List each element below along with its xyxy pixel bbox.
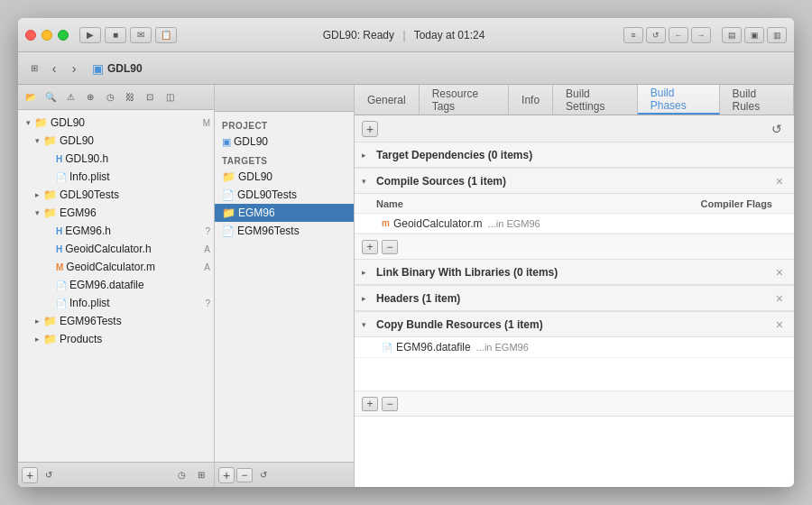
close-section-button[interactable]: ×: [772, 316, 787, 334]
compile-sources-body: Name Compiler Flags m GeoidCalculator.m …: [355, 194, 794, 259]
sidebar-item-geoidcalc-m[interactable]: M GeoidCalculator.m A: [18, 258, 214, 276]
toolbar: ⊞ ‹ › ▣ GDL90: [18, 52, 794, 85]
folder-icon: 📁: [43, 315, 57, 327]
file-icon: H: [56, 226, 62, 236]
tab-build-settings[interactable]: Build Settings: [553, 85, 638, 115]
target-egm96tests[interactable]: 📄 EGM96Tests: [215, 222, 354, 240]
target-icon: 📁: [222, 170, 235, 183]
file-icon: 📄: [56, 298, 67, 308]
copy-bundle-header[interactable]: ▾ Copy Bundle Resources (1 item) ×: [355, 312, 794, 337]
tab-resource-tags[interactable]: Resource Tags: [420, 85, 509, 115]
tab-build-rules[interactable]: Build Rules: [720, 85, 795, 115]
sidebar-item-gdl90[interactable]: ▾ 📁 GDL90: [18, 132, 214, 150]
issues-icon[interactable]: ◫: [161, 89, 179, 106]
mail-icon[interactable]: ✉: [130, 27, 152, 43]
item-label: GDL90Tests: [60, 188, 210, 201]
target-project-gdl90[interactable]: ▣ GDL90: [215, 133, 354, 151]
spacer: [714, 27, 719, 43]
nav-grid-icon[interactable]: ⊞: [25, 60, 43, 77]
add-file-button[interactable]: +: [362, 240, 378, 254]
item-badge: A: [204, 262, 210, 272]
target-refresh-icon[interactable]: ↺: [254, 467, 272, 483]
sidebar-item-info-plist-2[interactable]: 📄 Info.plist ?: [18, 294, 214, 312]
name-column-header: Name: [376, 198, 628, 209]
item-badge: A: [204, 244, 210, 254]
warning-icon[interactable]: ⚠: [61, 89, 79, 106]
titlebar-right-controls: ≡ ↺ ← → ▤ ▣ ▥: [623, 27, 787, 43]
refresh-icon[interactable]: ↺: [40, 467, 58, 483]
close-section-button[interactable]: ×: [772, 263, 787, 281]
build-phases-toolbar: + ↺: [355, 115, 794, 142]
traffic-lights: [25, 30, 69, 41]
item-label: EGM96: [238, 207, 350, 219]
sidebar-item-egm96[interactable]: ▾ 📁 EGM96: [18, 204, 214, 222]
add-phase-button[interactable]: +: [362, 121, 378, 137]
run-button[interactable]: ▶: [79, 27, 101, 43]
panel-center-button[interactable]: ▣: [744, 27, 764, 43]
sidebar-item-gdl90-root[interactable]: ▾ 📁 GDL90 M: [18, 114, 214, 132]
sidebar-item-egm96-h[interactable]: H EGM96.h ?: [18, 222, 214, 240]
back-button[interactable]: ←: [669, 27, 688, 43]
target-gdl90[interactable]: 📁 GDL90: [215, 168, 354, 186]
file-name: EGM96.datafile: [396, 341, 471, 354]
target-icon: 📄: [222, 225, 235, 237]
remove-target-button[interactable]: −: [236, 468, 253, 482]
nav-back-icon[interactable]: ‹: [45, 60, 63, 77]
clipboard-icon[interactable]: 📋: [155, 27, 177, 43]
sidebar-item-gdl90-h[interactable]: H GDL90.h: [18, 150, 214, 168]
sidebar-item-egm96-datafile[interactable]: 📄 EGM96.datafile: [18, 276, 214, 294]
tab-build-phases[interactable]: Build Phases: [638, 85, 720, 115]
add-file-button[interactable]: +: [22, 467, 38, 483]
build-phases-panel: General Resource Tags Info Build Setting…: [355, 85, 794, 487]
time-text: Today at 01:24: [414, 29, 485, 41]
target-list: PROJECT ▣ GDL90 TARGETS 📁 GDL90 📄 GDL90T…: [215, 85, 355, 487]
minimize-button[interactable]: [42, 30, 52, 41]
add-target-button[interactable]: +: [218, 467, 235, 483]
search-icon[interactable]: 🔍: [42, 89, 60, 106]
file-icon: 📄: [56, 172, 67, 182]
headers-header[interactable]: ▸ Headers (1 item) ×: [355, 286, 794, 311]
sidebar-item-gdl90tests[interactable]: ▸ 📁 GDL90Tests: [18, 186, 214, 204]
refresh-phases-button[interactable]: ↺: [767, 119, 787, 139]
build-phases-content: + ↺ ▸ Target Dependencies (0 items) ▾: [355, 115, 794, 487]
link-icon[interactable]: ⛓: [121, 89, 139, 106]
panel-right-button[interactable]: ▥: [767, 27, 787, 43]
item-label: EGM96: [60, 207, 210, 219]
expand-icon[interactable]: ⊞: [192, 467, 210, 483]
folder-icon[interactable]: 📂: [22, 89, 40, 106]
stop-button[interactable]: ■: [105, 27, 126, 43]
sidebar-item-geoidcalc-h[interactable]: H GeoidCalculator.h A: [18, 240, 214, 258]
tab-general[interactable]: General: [355, 85, 420, 115]
add-resource-button[interactable]: +: [362, 397, 378, 411]
compile-sources-header[interactable]: ▾ Compile Sources (1 item) ×: [355, 169, 794, 194]
diff-icon[interactable]: ⊕: [81, 89, 99, 106]
refresh-button[interactable]: ↺: [646, 27, 666, 43]
tab-info[interactable]: Info: [509, 85, 553, 115]
forward-button[interactable]: →: [691, 27, 711, 43]
nav-forward-icon[interactable]: ›: [65, 60, 83, 77]
item-label: Info.plist: [69, 170, 210, 183]
link-binary-header[interactable]: ▸ Link Binary With Libraries (0 items) ×: [355, 260, 794, 285]
section-title: Headers (1 item): [376, 292, 772, 305]
sidebar-item-egm96tests[interactable]: ▸ 📁 EGM96Tests: [18, 312, 214, 330]
close-section-button[interactable]: ×: [772, 289, 787, 308]
close-button[interactable]: [25, 30, 36, 41]
remove-file-button[interactable]: −: [382, 240, 398, 254]
item-label: GDL90: [60, 134, 210, 147]
target-deps-header[interactable]: ▸ Target Dependencies (0 items): [355, 142, 794, 168]
file-m-icon: m: [382, 218, 390, 228]
headers-section: ▸ Headers (1 item) ×: [355, 286, 794, 312]
remove-resource-button[interactable]: −: [382, 397, 398, 411]
list-view-button[interactable]: ≡: [623, 27, 643, 43]
panel-left-button[interactable]: ▤: [722, 27, 742, 43]
close-section-button[interactable]: ×: [772, 172, 787, 190]
history-icon[interactable]: ◷: [101, 89, 119, 106]
sidebar-item-products[interactable]: ▸ 📁 Products: [18, 330, 214, 348]
target-gdl90tests[interactable]: 📄 GDL90Tests: [215, 186, 354, 204]
target-egm96[interactable]: 📁 EGM96: [215, 204, 354, 222]
filter-icon[interactable]: ◷: [172, 467, 190, 483]
column-header: Name Compiler Flags: [355, 194, 794, 214]
sidebar-item-info-plist[interactable]: 📄 Info.plist: [18, 168, 214, 186]
bookmark-icon[interactable]: ⊡: [141, 89, 159, 106]
maximize-button[interactable]: [58, 30, 69, 41]
